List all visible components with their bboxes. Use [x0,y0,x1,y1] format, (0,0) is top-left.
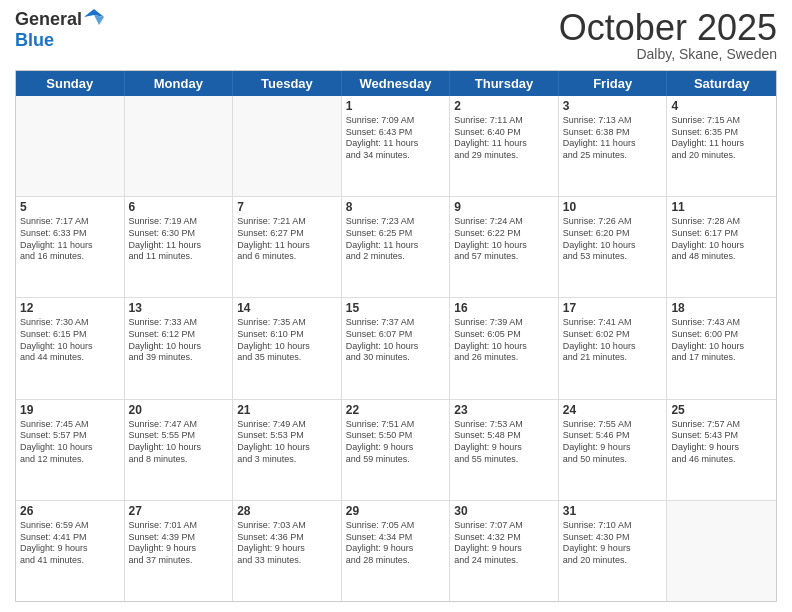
cell-text: Sunrise: 7:30 AM Sunset: 6:15 PM Dayligh… [20,317,120,364]
day-number: 30 [454,504,554,518]
day-number: 16 [454,301,554,315]
header-thursday: Thursday [450,71,559,96]
calendar-row-1: 1Sunrise: 7:09 AM Sunset: 6:43 PM Daylig… [16,96,776,197]
header: General Blue October 2025 Dalby, Skane, … [15,10,777,62]
calendar-cell-r2-c4: 8Sunrise: 7:23 AM Sunset: 6:25 PM Daylig… [342,197,451,297]
cell-text: Sunrise: 7:47 AM Sunset: 5:55 PM Dayligh… [129,419,229,466]
cell-text: Sunrise: 7:10 AM Sunset: 4:30 PM Dayligh… [563,520,663,567]
cell-text: Sunrise: 7:15 AM Sunset: 6:35 PM Dayligh… [671,115,772,162]
header-tuesday: Tuesday [233,71,342,96]
calendar-cell-r4-c4: 22Sunrise: 7:51 AM Sunset: 5:50 PM Dayli… [342,400,451,500]
day-number: 17 [563,301,663,315]
logo-bird-icon [84,7,104,31]
calendar-cell-r3-c1: 12Sunrise: 7:30 AM Sunset: 6:15 PM Dayli… [16,298,125,398]
day-number: 4 [671,99,772,113]
calendar-cell-r1-c7: 4Sunrise: 7:15 AM Sunset: 6:35 PM Daylig… [667,96,776,196]
day-number: 25 [671,403,772,417]
cell-text: Sunrise: 7:24 AM Sunset: 6:22 PM Dayligh… [454,216,554,263]
day-number: 28 [237,504,337,518]
day-number: 31 [563,504,663,518]
title-area: October 2025 Dalby, Skane, Sweden [559,10,777,62]
day-number: 18 [671,301,772,315]
day-number: 20 [129,403,229,417]
day-number: 24 [563,403,663,417]
cell-text: Sunrise: 7:23 AM Sunset: 6:25 PM Dayligh… [346,216,446,263]
header-saturday: Saturday [667,71,776,96]
cell-text: Sunrise: 7:11 AM Sunset: 6:40 PM Dayligh… [454,115,554,162]
day-number: 8 [346,200,446,214]
calendar-cell-r1-c1 [16,96,125,196]
cell-text: Sunrise: 7:55 AM Sunset: 5:46 PM Dayligh… [563,419,663,466]
calendar-row-3: 12Sunrise: 7:30 AM Sunset: 6:15 PM Dayli… [16,298,776,399]
cell-text: Sunrise: 7:09 AM Sunset: 6:43 PM Dayligh… [346,115,446,162]
calendar-cell-r1-c4: 1Sunrise: 7:09 AM Sunset: 6:43 PM Daylig… [342,96,451,196]
calendar-cell-r2-c1: 5Sunrise: 7:17 AM Sunset: 6:33 PM Daylig… [16,197,125,297]
day-number: 15 [346,301,446,315]
calendar-cell-r3-c7: 18Sunrise: 7:43 AM Sunset: 6:00 PM Dayli… [667,298,776,398]
calendar-cell-r3-c2: 13Sunrise: 7:33 AM Sunset: 6:12 PM Dayli… [125,298,234,398]
cell-text: Sunrise: 7:41 AM Sunset: 6:02 PM Dayligh… [563,317,663,364]
cell-text: Sunrise: 7:05 AM Sunset: 4:34 PM Dayligh… [346,520,446,567]
calendar-cell-r1-c6: 3Sunrise: 7:13 AM Sunset: 6:38 PM Daylig… [559,96,668,196]
calendar-cell-r5-c2: 27Sunrise: 7:01 AM Sunset: 4:39 PM Dayli… [125,501,234,601]
calendar-cell-r5-c6: 31Sunrise: 7:10 AM Sunset: 4:30 PM Dayli… [559,501,668,601]
location: Dalby, Skane, Sweden [559,46,777,62]
calendar-cell-r5-c1: 26Sunrise: 6:59 AM Sunset: 4:41 PM Dayli… [16,501,125,601]
calendar-cell-r4-c1: 19Sunrise: 7:45 AM Sunset: 5:57 PM Dayli… [16,400,125,500]
calendar-cell-r2-c3: 7Sunrise: 7:21 AM Sunset: 6:27 PM Daylig… [233,197,342,297]
cell-text: Sunrise: 7:49 AM Sunset: 5:53 PM Dayligh… [237,419,337,466]
day-number: 23 [454,403,554,417]
calendar-cell-r2-c6: 10Sunrise: 7:26 AM Sunset: 6:20 PM Dayli… [559,197,668,297]
cell-text: Sunrise: 7:01 AM Sunset: 4:39 PM Dayligh… [129,520,229,567]
day-number: 26 [20,504,120,518]
day-number: 7 [237,200,337,214]
month-title: October 2025 [559,10,777,46]
calendar-row-2: 5Sunrise: 7:17 AM Sunset: 6:33 PM Daylig… [16,197,776,298]
cell-text: Sunrise: 7:53 AM Sunset: 5:48 PM Dayligh… [454,419,554,466]
logo-text: General Blue [15,10,104,51]
day-number: 11 [671,200,772,214]
calendar-cell-r4-c3: 21Sunrise: 7:49 AM Sunset: 5:53 PM Dayli… [233,400,342,500]
calendar-cell-r2-c7: 11Sunrise: 7:28 AM Sunset: 6:17 PM Dayli… [667,197,776,297]
cell-text: Sunrise: 7:39 AM Sunset: 6:05 PM Dayligh… [454,317,554,364]
day-number: 2 [454,99,554,113]
calendar-cell-r3-c5: 16Sunrise: 7:39 AM Sunset: 6:05 PM Dayli… [450,298,559,398]
cell-text: Sunrise: 7:13 AM Sunset: 6:38 PM Dayligh… [563,115,663,162]
calendar-cell-r2-c5: 9Sunrise: 7:24 AM Sunset: 6:22 PM Daylig… [450,197,559,297]
cell-text: Sunrise: 7:17 AM Sunset: 6:33 PM Dayligh… [20,216,120,263]
day-number: 14 [237,301,337,315]
calendar-cell-r2-c2: 6Sunrise: 7:19 AM Sunset: 6:30 PM Daylig… [125,197,234,297]
cell-text: Sunrise: 7:21 AM Sunset: 6:27 PM Dayligh… [237,216,337,263]
day-number: 5 [20,200,120,214]
svg-marker-0 [84,9,104,17]
logo-blue: Blue [15,31,104,51]
cell-text: Sunrise: 7:28 AM Sunset: 6:17 PM Dayligh… [671,216,772,263]
cell-text: Sunrise: 7:03 AM Sunset: 4:36 PM Dayligh… [237,520,337,567]
calendar-cell-r5-c5: 30Sunrise: 7:07 AM Sunset: 4:32 PM Dayli… [450,501,559,601]
calendar-cell-r1-c2 [125,96,234,196]
page: General Blue October 2025 Dalby, Skane, … [0,0,792,612]
calendar-cell-r3-c3: 14Sunrise: 7:35 AM Sunset: 6:10 PM Dayli… [233,298,342,398]
day-number: 1 [346,99,446,113]
cell-text: Sunrise: 7:33 AM Sunset: 6:12 PM Dayligh… [129,317,229,364]
header-monday: Monday [125,71,234,96]
cell-text: Sunrise: 7:07 AM Sunset: 4:32 PM Dayligh… [454,520,554,567]
cell-text: Sunrise: 7:26 AM Sunset: 6:20 PM Dayligh… [563,216,663,263]
day-number: 3 [563,99,663,113]
day-number: 6 [129,200,229,214]
cell-text: Sunrise: 6:59 AM Sunset: 4:41 PM Dayligh… [20,520,120,567]
cell-text: Sunrise: 7:37 AM Sunset: 6:07 PM Dayligh… [346,317,446,364]
day-number: 21 [237,403,337,417]
calendar-cell-r4-c2: 20Sunrise: 7:47 AM Sunset: 5:55 PM Dayli… [125,400,234,500]
header-wednesday: Wednesday [342,71,451,96]
day-number: 13 [129,301,229,315]
day-number: 9 [454,200,554,214]
cell-text: Sunrise: 7:57 AM Sunset: 5:43 PM Dayligh… [671,419,772,466]
calendar: Sunday Monday Tuesday Wednesday Thursday… [15,70,777,602]
calendar-cell-r5-c7 [667,501,776,601]
calendar-cell-r3-c4: 15Sunrise: 7:37 AM Sunset: 6:07 PM Dayli… [342,298,451,398]
cell-text: Sunrise: 7:43 AM Sunset: 6:00 PM Dayligh… [671,317,772,364]
calendar-header: Sunday Monday Tuesday Wednesday Thursday… [16,71,776,96]
cell-text: Sunrise: 7:45 AM Sunset: 5:57 PM Dayligh… [20,419,120,466]
calendar-cell-r5-c4: 29Sunrise: 7:05 AM Sunset: 4:34 PM Dayli… [342,501,451,601]
